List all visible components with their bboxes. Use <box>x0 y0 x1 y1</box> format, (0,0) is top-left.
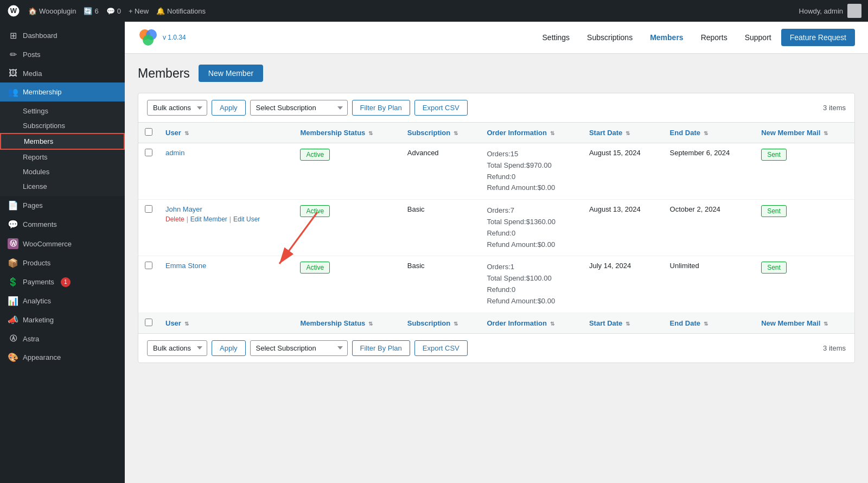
apply-button-top[interactable]: Apply <box>212 100 246 116</box>
footer-header-end[interactable]: End Date ⇅ <box>663 313 755 333</box>
sidebar-item-posts[interactable]: ✏ Posts <box>0 45 125 64</box>
submenu-item-subscriptions[interactable]: Subscriptions <box>0 118 125 133</box>
row1-status-cell: Active <box>293 143 400 200</box>
updates-item[interactable]: 🔄 6 <box>84 7 98 15</box>
wp-logo-icon[interactable]: W <box>7 4 21 18</box>
sidebar-item-woocommerce[interactable]: Ⓦ WooCommerce <box>0 234 125 253</box>
avatar <box>847 4 861 18</box>
bulk-actions-dropdown-bottom[interactable]: Bulk actions <box>147 340 207 356</box>
row2-delete-link[interactable]: Delete <box>165 215 184 223</box>
export-csv-button-top[interactable]: Export CSV <box>414 100 468 116</box>
comments-item[interactable]: 💬 0 <box>106 7 121 15</box>
row3-username[interactable]: Emma Stone <box>165 262 206 270</box>
footer-header-status[interactable]: Membership Status ⇅ <box>293 313 400 333</box>
apply-button-bottom[interactable]: Apply <box>212 340 246 356</box>
row1-user-cell: admin <box>159 143 293 200</box>
sidebar-item-analytics[interactable]: 📊 Analytics <box>0 291 125 310</box>
submenu-item-modules[interactable]: Modules <box>0 164 125 179</box>
table-row: Emma Stone Active Basic Orders:1 Total <box>138 256 854 313</box>
sidebar-item-membership[interactable]: 👥 Membership <box>0 82 125 101</box>
export-csv-button-bottom[interactable]: Export CSV <box>414 340 468 356</box>
filter-by-plan-button-top[interactable]: Filter By Plan <box>352 100 410 116</box>
row2-username[interactable]: John Mayer <box>165 205 202 213</box>
comments-icon: 💬 <box>106 7 115 15</box>
row2-sent-badge: Sent <box>761 205 787 217</box>
sidebar-item-label: Marketing <box>23 316 54 324</box>
nav-settings[interactable]: Settings <box>535 30 578 45</box>
row2-status-cell: Active <box>293 200 400 256</box>
row1-sent-badge: Sent <box>761 149 787 161</box>
footer-checkbox-col <box>138 313 159 333</box>
sidebar-item-pages[interactable]: 📄 Pages <box>0 196 125 215</box>
nav-subscriptions[interactable]: Subscriptions <box>579 30 640 45</box>
row2-end-date: October 2, 2024 <box>663 200 755 256</box>
row3-order-info: Orders:1 Total Spend:$100.00 Refund:0 Re… <box>487 262 576 307</box>
row2-user-cell: John Mayer Delete | Edit Member | Edit U… <box>159 200 293 256</box>
header-start-date[interactable]: Start Date ⇅ <box>583 123 663 143</box>
sidebar-item-marketing[interactable]: 📣 Marketing <box>0 310 125 329</box>
nav-reports[interactable]: Reports <box>693 30 735 45</box>
new-button[interactable]: + New <box>129 7 149 15</box>
members-table: User ⇅ Membership Status ⇅ Subscription … <box>138 123 854 333</box>
select-all-checkbox[interactable] <box>145 128 152 136</box>
sidebar-item-appearance[interactable]: 🎨 Appearance <box>0 348 125 367</box>
row1-checkbox[interactable] <box>145 149 152 156</box>
sidebar-item-comments[interactable]: 💬 Comments <box>0 215 125 234</box>
header-new-member-mail[interactable]: New Member Mail ⇅ <box>755 123 854 143</box>
sidebar-item-products[interactable]: 📦 Products <box>0 253 125 272</box>
astra-icon: Ⓐ <box>8 334 18 344</box>
sidebar-item-payments[interactable]: 💲 Payments 1 <box>0 272 125 291</box>
footer-header-subscription[interactable]: Subscription ⇅ <box>401 313 481 333</box>
select-subscription-dropdown-top[interactable]: Select Subscription <box>250 100 348 116</box>
plugin-logo: v 1.0.34 <box>138 27 186 48</box>
sidebar-item-label: Dashboard <box>23 31 58 40</box>
sidebar-item-label: Pages <box>23 201 43 209</box>
header-user[interactable]: User ⇅ <box>159 123 293 143</box>
row3-status-badge: Active <box>300 262 330 274</box>
submenu-item-settings[interactable]: Settings <box>0 104 125 118</box>
plugin-logo-icon <box>138 27 158 48</box>
header-subscription[interactable]: Subscription ⇅ <box>401 123 481 143</box>
new-member-button[interactable]: New Member <box>199 65 263 82</box>
footer-header-row: User ⇅ Membership Status ⇅ Subscription … <box>138 313 854 333</box>
submenu-item-reports[interactable]: Reports <box>0 150 125 164</box>
header-membership-status[interactable]: Membership Status ⇅ <box>293 123 400 143</box>
row3-checkbox-cell <box>138 256 159 313</box>
plugin-header: v 1.0.34 Settings Subscriptions Members … <box>125 22 868 54</box>
appearance-icon: 🎨 <box>8 352 18 363</box>
header-checkbox-col <box>138 123 159 143</box>
row3-start-date: July 14, 2024 <box>583 256 663 313</box>
row1-username[interactable]: admin <box>165 149 184 157</box>
feature-request-button[interactable]: Feature Request <box>781 29 855 46</box>
filter-by-plan-button-bottom[interactable]: Filter By Plan <box>352 340 410 356</box>
footer-header-start[interactable]: Start Date ⇅ <box>583 313 663 333</box>
select-subscription-dropdown-bottom[interactable]: Select Subscription <box>250 340 348 356</box>
sidebar-item-label: Membership <box>23 88 62 96</box>
submenu-item-license[interactable]: License <box>0 179 125 194</box>
posts-icon: ✏ <box>8 49 18 60</box>
row2-checkbox[interactable] <box>145 205 152 213</box>
sidebar-item-astra[interactable]: Ⓐ Astra <box>0 329 125 348</box>
bulk-actions-dropdown[interactable]: Bulk actions <box>147 100 207 116</box>
footer-header-order[interactable]: Order Information ⇅ <box>480 313 583 333</box>
payments-badge: 1 <box>61 277 71 287</box>
footer-header-mail[interactable]: New Member Mail ⇅ <box>755 313 854 333</box>
woocommerce-icon: Ⓦ <box>8 238 18 249</box>
header-end-date[interactable]: End Date ⇅ <box>663 123 755 143</box>
header-order-info[interactable]: Order Information ⇅ <box>480 123 583 143</box>
row2-mail-cell: Sent <box>755 200 854 256</box>
footer-header-user[interactable]: User ⇅ <box>159 313 293 333</box>
analytics-icon: 📊 <box>8 296 18 306</box>
footer-select-all-checkbox[interactable] <box>145 319 152 326</box>
row3-checkbox[interactable] <box>145 262 152 269</box>
sidebar-item-dashboard[interactable]: ⊞ Dashboard <box>0 26 125 45</box>
nav-members[interactable]: Members <box>642 30 691 45</box>
row2-edit-member-link[interactable]: Edit Member <box>190 215 227 223</box>
sidebar-item-media[interactable]: 🖼 Media <box>0 64 125 82</box>
submenu-item-members[interactable]: Members <box>0 133 125 150</box>
site-name[interactable]: 🏠 Woooplugin <box>28 7 76 15</box>
notifications-item[interactable]: 🔔 Notifications <box>156 7 206 15</box>
nav-support[interactable]: Support <box>737 30 779 45</box>
row3-mail-cell: Sent <box>755 256 854 313</box>
row2-edit-user-link[interactable]: Edit User <box>233 215 260 223</box>
